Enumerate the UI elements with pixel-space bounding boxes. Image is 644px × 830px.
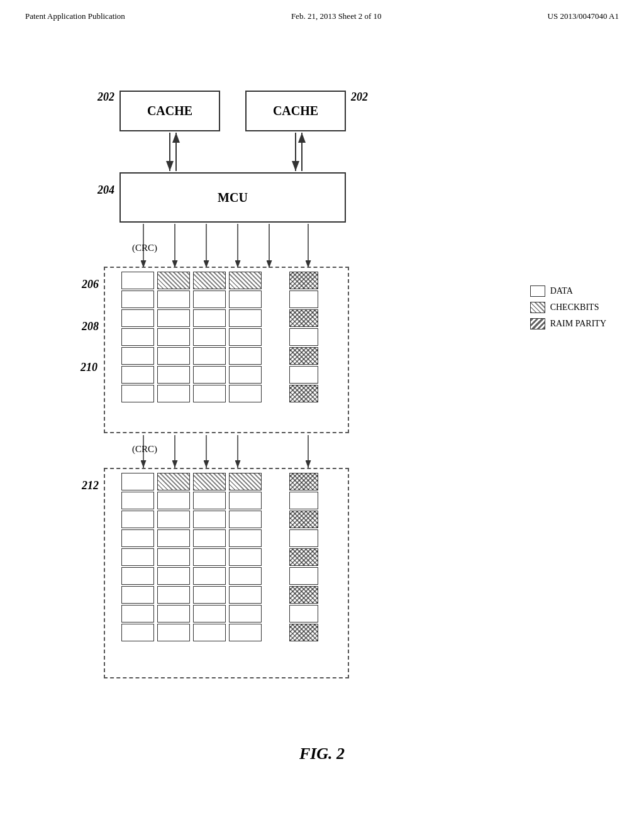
mem-cell [289, 586, 318, 604]
mem-cell [193, 290, 226, 308]
diagram-area: 202 CACHE CACHE 202 204 MCU (CRC) 206 20… [0, 28, 644, 782]
page-header: Patent Application Publication Feb. 21, … [0, 0, 644, 28]
mem-cell [289, 366, 318, 384]
mem-cell [229, 366, 262, 384]
mem-cell [289, 272, 318, 289]
mem-cell [157, 624, 190, 641]
mem-cell [157, 586, 190, 604]
legend-box-data [530, 285, 545, 297]
mem-cell [157, 492, 190, 509]
mem-cell [193, 366, 226, 384]
mem-cell [193, 385, 226, 402]
mem-cell [289, 624, 318, 641]
mem-cell [157, 529, 190, 547]
mem-cell [289, 328, 318, 346]
mem-col-top-1 [121, 272, 154, 404]
cache-box-left: CACHE [119, 91, 220, 131]
mem-cell [229, 567, 262, 585]
mem-cell [193, 473, 226, 490]
mem-cell [121, 567, 154, 585]
mem-col-top-5 [289, 272, 318, 404]
mem-cell [121, 290, 154, 308]
mem-cell [193, 347, 226, 365]
mem-cell [157, 548, 190, 566]
mem-cell [229, 548, 262, 566]
mem-cell [157, 605, 190, 622]
legend-item-checkbits: CHECKBITS [530, 302, 606, 313]
mem-cell [289, 347, 318, 365]
mem-cell [193, 586, 226, 604]
label-212: 212 [82, 479, 99, 492]
mem-cell [121, 605, 154, 622]
mem-cell [157, 385, 190, 402]
crc-bottom-label: (CRC) [132, 444, 157, 455]
legend-label-raim: RAIM PARITY [550, 319, 606, 329]
mem-col-bot-5 [289, 473, 318, 643]
mem-cell [193, 492, 226, 509]
mem-cell [121, 511, 154, 528]
mem-cell [121, 366, 154, 384]
mem-cell [157, 347, 190, 365]
header-right: US 2013/0047040 A1 [548, 11, 619, 21]
mem-cell [229, 586, 262, 604]
label-202-right: 202 [351, 91, 368, 104]
label-206: 206 [82, 278, 99, 291]
mem-cell [193, 567, 226, 585]
mem-cell [229, 624, 262, 641]
mem-cell [193, 548, 226, 566]
mem-cell [229, 605, 262, 622]
mem-cell [229, 272, 262, 289]
mem-cell [229, 290, 262, 308]
mem-cell [193, 272, 226, 289]
mem-cell [121, 473, 154, 490]
mem-cell [121, 385, 154, 402]
legend: DATA CHECKBITS RAIM PARITY [530, 285, 606, 335]
mem-cell [157, 511, 190, 528]
mem-cell [289, 385, 318, 402]
cache-box-right: CACHE [245, 91, 346, 131]
mem-col-bot-4 [229, 473, 262, 643]
mem-cell [121, 272, 154, 289]
legend-box-checkbits [530, 302, 545, 313]
mem-cell [289, 567, 318, 585]
label-208: 208 [82, 320, 99, 333]
legend-item-data: DATA [530, 285, 606, 297]
mem-col-bot-1 [121, 473, 154, 643]
mem-col-bot-2 [157, 473, 190, 643]
mem-cell [289, 492, 318, 509]
mem-cell [289, 511, 318, 528]
mem-cell [193, 309, 226, 327]
mem-cell [157, 567, 190, 585]
label-202-left: 202 [97, 91, 114, 104]
mem-cell [157, 366, 190, 384]
mem-cell [157, 309, 190, 327]
mem-col-top-3 [193, 272, 226, 404]
mem-cell [229, 473, 262, 490]
mem-cell [121, 492, 154, 509]
mem-cell [229, 385, 262, 402]
mem-cell [193, 529, 226, 547]
mem-cell [121, 529, 154, 547]
mem-col-bot-3 [193, 473, 226, 643]
mem-cell [289, 548, 318, 566]
mem-cell [121, 586, 154, 604]
mem-cell [289, 473, 318, 490]
legend-label-checkbits: CHECKBITS [550, 302, 599, 313]
mem-cell [121, 328, 154, 346]
mem-cell [157, 272, 190, 289]
mem-cell [121, 624, 154, 641]
mem-cell [289, 529, 318, 547]
mem-cell [229, 529, 262, 547]
figure-label: FIG. 2 [299, 744, 345, 763]
mem-cell [229, 492, 262, 509]
mem-cell [121, 309, 154, 327]
mem-cell [289, 309, 318, 327]
legend-box-raim [530, 318, 545, 329]
mem-cell [229, 347, 262, 365]
mem-cell [193, 624, 226, 641]
header-center: Feb. 21, 2013 Sheet 2 of 10 [291, 11, 382, 21]
mem-col-top-4 [229, 272, 262, 404]
header-left: Patent Application Publication [25, 11, 125, 21]
mcu-box: MCU [119, 172, 346, 223]
mem-cell [121, 548, 154, 566]
